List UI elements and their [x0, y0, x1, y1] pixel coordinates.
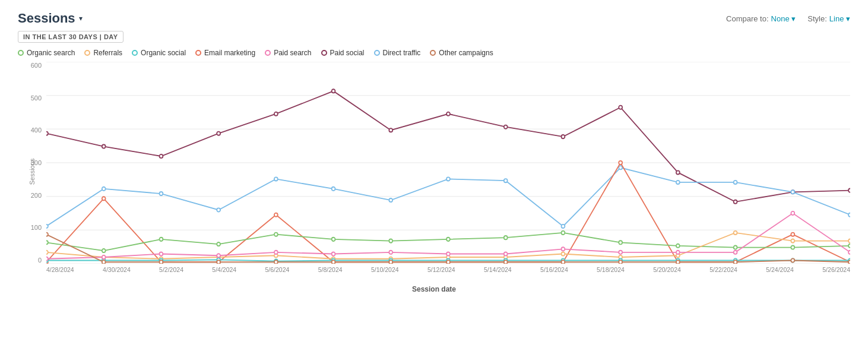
svg-point-112 [46, 233, 48, 236]
legend-item-paid_search[interactable]: Paid search [265, 49, 311, 57]
y-tick-0: 0 [38, 257, 42, 264]
x-tick: 5/22/2024 [709, 266, 737, 273]
svg-point-53 [102, 249, 106, 252]
svg-point-58 [389, 239, 392, 243]
svg-point-30 [504, 179, 508, 182]
svg-point-54 [159, 238, 163, 241]
svg-point-12 [332, 89, 335, 93]
svg-point-62 [619, 241, 622, 244]
title-dropdown-icon[interactable]: ▾ [79, 14, 83, 23]
x-tick: 5/4/2024 [212, 266, 236, 273]
compare-to-value[interactable]: None ▾ [771, 14, 796, 23]
compare-to-label: Compare to: [726, 14, 769, 23]
x-tick: 5/12/2024 [427, 266, 455, 273]
svg-point-107 [619, 251, 622, 254]
page-title: Sessions [18, 11, 75, 26]
x-tick: 5/20/2024 [653, 266, 681, 273]
legend-dot-other_campaigns [430, 50, 436, 56]
chart-svg [46, 62, 850, 264]
svg-point-38 [102, 197, 106, 200]
svg-point-18 [676, 170, 680, 174]
svg-point-7 [46, 132, 48, 135]
svg-point-65 [791, 245, 794, 249]
svg-point-79 [734, 231, 737, 235]
svg-point-101 [274, 251, 278, 254]
y-tick-600: 600 [31, 62, 42, 69]
svg-point-59 [446, 238, 450, 241]
page-header: Sessions ▾ Compare to: None ▾ Style: Lin… [0, 0, 868, 31]
svg-point-32 [619, 166, 622, 169]
svg-point-60 [504, 236, 508, 239]
svg-point-21 [848, 189, 850, 192]
x-tick: 4/30/2024 [103, 266, 131, 273]
svg-point-35 [791, 190, 794, 194]
x-tick: 5/16/2024 [540, 266, 568, 273]
svg-point-22 [46, 224, 48, 228]
svg-point-76 [561, 252, 565, 255]
x-tick: 5/26/2024 [822, 266, 850, 273]
legend-item-paid_social[interactable]: Paid social [321, 49, 365, 57]
legend-dot-organic_search [18, 50, 24, 56]
svg-point-66 [848, 244, 850, 248]
chart-legend: Organic searchReferralsOrganic socialEma… [0, 46, 868, 62]
svg-point-56 [274, 233, 278, 236]
y-tick-400: 400 [31, 127, 42, 134]
svg-point-100 [217, 254, 220, 257]
svg-point-99 [159, 252, 163, 255]
svg-point-55 [217, 242, 220, 246]
svg-point-50 [791, 233, 794, 236]
svg-point-10 [217, 132, 220, 135]
svg-point-97 [46, 257, 48, 261]
svg-point-13 [389, 128, 392, 132]
svg-point-61 [561, 231, 565, 235]
svg-point-23 [102, 187, 106, 191]
svg-point-28 [389, 198, 392, 202]
legend-item-referrals[interactable]: Referrals [84, 49, 122, 57]
legend-item-email_marketing[interactable]: Email marketing [195, 49, 255, 57]
style-value[interactable]: Line ▾ [829, 14, 850, 23]
legend-dot-direct_traffic [374, 50, 380, 56]
svg-point-26 [274, 177, 278, 181]
legend-dot-email_marketing [195, 50, 201, 56]
svg-point-25 [217, 208, 220, 211]
svg-point-41 [274, 213, 278, 217]
legend-label-email_marketing: Email marketing [204, 49, 255, 57]
chart-area: 600 500 400 300 200 100 0 Sessions 4/28/… [18, 62, 850, 282]
svg-point-57 [332, 238, 335, 241]
svg-point-47 [619, 161, 622, 165]
svg-point-15 [504, 125, 508, 129]
svg-point-33 [676, 181, 680, 184]
svg-point-16 [561, 135, 565, 138]
svg-point-9 [159, 154, 163, 158]
chart-controls: Compare to: None ▾ Style: Line ▾ [726, 14, 850, 23]
legend-dot-referrals [84, 50, 90, 56]
svg-point-103 [389, 251, 392, 254]
legend-label-direct_traffic: Direct traffic [383, 49, 421, 57]
svg-point-11 [274, 112, 278, 116]
x-tick: 4/28/2024 [46, 266, 74, 273]
y-tick-500: 500 [31, 94, 42, 102]
legend-item-organic_search[interactable]: Organic search [18, 49, 75, 57]
legend-label-paid_search: Paid search [274, 49, 311, 57]
x-tick: 5/24/2024 [766, 266, 794, 273]
svg-point-19 [734, 200, 737, 204]
style-label: Style: [807, 14, 827, 23]
svg-point-111 [848, 251, 850, 254]
svg-point-31 [561, 224, 565, 228]
svg-point-125 [791, 258, 794, 262]
svg-point-106 [561, 247, 565, 251]
legend-label-paid_social: Paid social [330, 49, 365, 57]
svg-point-80 [791, 239, 794, 243]
legend-label-other_campaigns: Other campaigns [439, 49, 493, 57]
chart-inner [46, 62, 850, 264]
svg-point-29 [446, 177, 450, 181]
y-tick-200: 200 [31, 192, 42, 199]
legend-dot-organic_social [132, 50, 138, 56]
legend-item-other_campaigns[interactable]: Other campaigns [430, 49, 493, 57]
legend-item-direct_traffic[interactable]: Direct traffic [374, 49, 421, 57]
legend-item-organic_social[interactable]: Organic social [132, 49, 186, 57]
time-badge: IN THE LAST 30 DAYS | DAY [18, 31, 123, 43]
svg-point-24 [159, 192, 163, 195]
svg-point-105 [504, 252, 508, 255]
svg-point-104 [446, 252, 450, 255]
